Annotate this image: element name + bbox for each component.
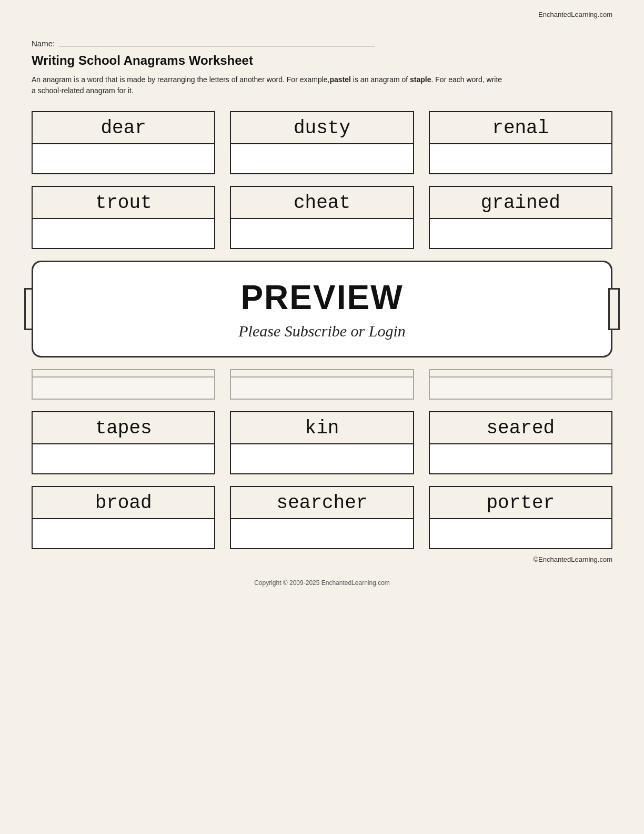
preview-section: PREVIEW Please Subscribe or Login xyxy=(32,261,612,358)
word-label-grained: grained xyxy=(430,187,611,219)
name-line: Name: xyxy=(32,37,612,48)
word-box-porter: porter xyxy=(429,486,612,549)
word-answer-grained[interactable] xyxy=(430,219,611,248)
word-label-hidden2 xyxy=(231,370,412,378)
word-box-kin: kin xyxy=(230,411,414,474)
word-answer-renal[interactable] xyxy=(430,144,611,173)
word-box-cheat: cheat xyxy=(230,186,414,249)
word-grid-row5: broad searcher porter xyxy=(32,486,612,549)
preview-title: PREVIEW xyxy=(54,278,590,317)
word-label-seared: seared xyxy=(430,412,611,444)
preview-wrapper: PREVIEW Please Subscribe or Login xyxy=(32,261,612,358)
word-box-searcher: searcher xyxy=(230,486,414,549)
word-box-broad: broad xyxy=(32,486,215,549)
word-label-porter: porter xyxy=(430,487,611,519)
word-grid-row1: dear dusty renal xyxy=(32,111,612,174)
word-answer-hidden2 xyxy=(231,378,412,399)
word-label-cheat: cheat xyxy=(231,187,412,219)
word-box-hidden1 xyxy=(32,369,215,400)
word-box-trout: trout xyxy=(32,186,215,249)
side-tab-right xyxy=(608,288,620,330)
word-label-kin: kin xyxy=(231,412,412,444)
word-box-dear: dear xyxy=(32,111,215,174)
word-box-tapes: tapes xyxy=(32,411,215,474)
name-underline xyxy=(59,37,375,46)
word-label-renal: renal xyxy=(430,112,611,144)
instructions-text2: is an anagram of xyxy=(351,75,410,84)
word-label-tapes: tapes xyxy=(33,412,214,444)
word-answer-dear[interactable] xyxy=(33,144,214,173)
word-box-hidden2 xyxy=(230,369,414,400)
word-box-hidden3 xyxy=(429,369,612,400)
word-label-hidden3 xyxy=(430,370,611,378)
word-answer-porter[interactable] xyxy=(430,519,611,548)
word-answer-trout[interactable] xyxy=(33,219,214,248)
word-answer-kin[interactable] xyxy=(231,444,412,473)
word-label-dusty: dusty xyxy=(231,112,412,144)
word-answer-dusty[interactable] xyxy=(231,144,412,173)
word-grid-row2: trout cheat grained xyxy=(32,186,612,249)
word-answer-hidden3 xyxy=(430,378,611,399)
instructions: An anagram is a word that is made by rea… xyxy=(32,74,505,96)
word-answer-searcher[interactable] xyxy=(231,519,412,548)
site-name-top: EnchantedLearning.com xyxy=(538,11,612,18)
word-box-seared: seared xyxy=(429,411,612,474)
word-box-grained: grained xyxy=(429,186,612,249)
word-answer-seared[interactable] xyxy=(430,444,611,473)
footer-copyright: Copyright © 2009-2025 EnchantedLearning.… xyxy=(32,574,612,587)
word-box-renal: renal xyxy=(429,111,612,174)
word-answer-cheat[interactable] xyxy=(231,219,412,248)
copyright-bottom-right: ©EnchantedLearning.com xyxy=(32,555,612,563)
word-box-dusty: dusty xyxy=(230,111,414,174)
instructions-bold1: pastel xyxy=(330,75,351,84)
word-label-searcher: searcher xyxy=(231,487,412,519)
worksheet-title: Writing School Anagrams Worksheet xyxy=(32,53,612,68)
instructions-bold2: staple xyxy=(410,75,431,84)
word-label-hidden1 xyxy=(33,370,214,378)
word-label-trout: trout xyxy=(33,187,214,219)
instructions-text1: An anagram is a word that is made by rea… xyxy=(32,75,330,84)
word-answer-tapes[interactable] xyxy=(33,444,214,473)
word-label-broad: broad xyxy=(33,487,214,519)
word-grid-row3-partial xyxy=(32,369,612,400)
word-label-dear: dear xyxy=(33,112,214,144)
preview-subtitle: Please Subscribe or Login xyxy=(54,322,590,340)
word-answer-hidden1 xyxy=(33,378,214,399)
name-label: Name: xyxy=(32,39,55,48)
word-grid-row4: tapes kin seared xyxy=(32,411,612,474)
word-answer-broad[interactable] xyxy=(33,519,214,548)
